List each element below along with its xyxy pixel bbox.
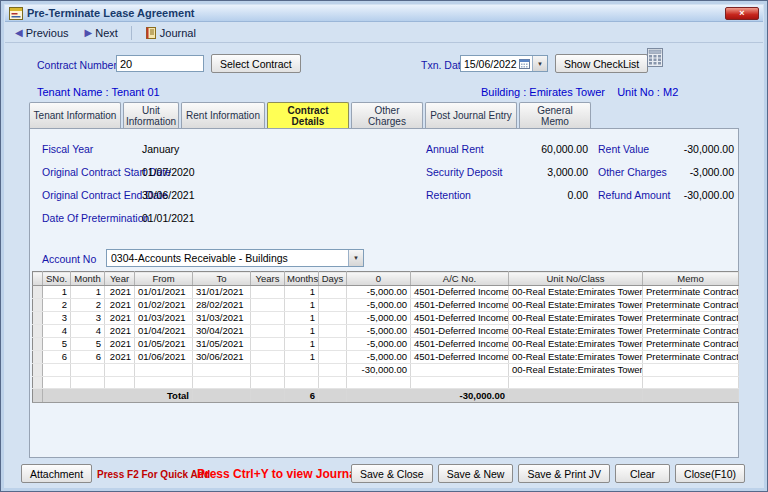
table-cell[interactable]	[319, 351, 347, 364]
table-row[interactable]	[33, 377, 739, 389]
table-cell[interactable]	[319, 312, 347, 325]
table-cell[interactable]	[251, 351, 285, 364]
table-cell[interactable]	[33, 351, 43, 364]
table-cell[interactable]	[251, 364, 285, 377]
next-button[interactable]: ▶ Next	[78, 25, 125, 41]
table-cell[interactable]: 1	[285, 286, 319, 299]
table-cell[interactable]: 01/06/2021	[135, 351, 193, 364]
table-row[interactable]: 22202101/02/202128/02/20211-5,000.004501…	[33, 299, 739, 312]
table-cell[interactable]: 4501-Deferred Income	[411, 286, 509, 299]
table-cell[interactable]: 1	[285, 325, 319, 338]
tab-general-memo[interactable]: General Memo	[519, 102, 591, 128]
table-cell[interactable]	[33, 364, 43, 377]
table-cell[interactable]	[285, 364, 319, 377]
table-cell[interactable]	[251, 312, 285, 325]
table-cell[interactable]: -5,000.00	[347, 299, 411, 312]
table-cell[interactable]: 01/05/2021	[135, 338, 193, 351]
table-cell[interactable]: Preterminate Contract	[643, 325, 739, 338]
table-cell[interactable]: 5	[71, 338, 105, 351]
txn-date-dropdown-arrow[interactable]: ▼	[532, 56, 547, 71]
table-cell[interactable]	[71, 377, 105, 389]
select-contract-button[interactable]: Select Contract	[211, 54, 301, 73]
table-cell[interactable]	[105, 364, 135, 377]
tab-rent-information[interactable]: Rent Information	[181, 102, 265, 128]
table-cell[interactable]: Preterminate Contract	[643, 338, 739, 351]
account-no-combo[interactable]: 0304-Accounts Receivable - Buildings ▼	[106, 249, 364, 267]
table-cell[interactable]: 31/01/2021	[193, 286, 251, 299]
table-cell[interactable]: -5,000.00	[347, 351, 411, 364]
table-cell[interactable]: 4501-Deferred Income	[411, 299, 509, 312]
previous-button[interactable]: ◀ Previous	[8, 25, 76, 41]
table-cell[interactable]: 1	[71, 286, 105, 299]
attachment-button[interactable]: Attachment	[21, 464, 92, 483]
table-cell[interactable]: 6	[43, 351, 71, 364]
table-cell[interactable]: 4501-Deferred Income	[411, 351, 509, 364]
table-cell[interactable]	[105, 377, 135, 389]
table-cell[interactable]: 01/01/2021	[135, 286, 193, 299]
clear-button[interactable]: Clear	[615, 464, 670, 483]
table-cell[interactable]: -5,000.00	[347, 312, 411, 325]
table-cell[interactable]	[193, 377, 251, 389]
table-cell[interactable]	[411, 377, 509, 389]
close-button[interactable]: ×	[725, 7, 759, 20]
table-cell[interactable]: 00-Real Estate:Emirates Tower:M2	[509, 312, 643, 325]
table-cell[interactable]: 1	[285, 351, 319, 364]
table-cell[interactable]	[251, 299, 285, 312]
table-cell[interactable]: -30,000.00	[347, 364, 411, 377]
table-cell[interactable]: 4	[43, 325, 71, 338]
table-cell[interactable]: -5,000.00	[347, 325, 411, 338]
table-cell[interactable]: 28/02/2021	[193, 299, 251, 312]
tab-post-journal-entry[interactable]: Post Journal Entry	[425, 102, 517, 128]
table-cell[interactable]	[33, 338, 43, 351]
table-cell[interactable]: 31/03/2021	[193, 312, 251, 325]
table-cell[interactable]	[43, 377, 71, 389]
table-cell[interactable]: 30/06/2021	[193, 351, 251, 364]
table-cell[interactable]	[319, 299, 347, 312]
table-cell[interactable]	[71, 364, 105, 377]
table-cell[interactable]	[43, 364, 71, 377]
table-cell[interactable]: 00-Real Estate:Emirates Tower:M2	[509, 325, 643, 338]
table-cell[interactable]: 01/02/2021	[135, 299, 193, 312]
table-row[interactable]: -30,000.0000-Real Estate:Emirates Tower:…	[33, 364, 739, 377]
table-cell[interactable]	[411, 364, 509, 377]
table-cell[interactable]	[33, 325, 43, 338]
table-row[interactable]: 33202101/03/202131/03/20211-5,000.004501…	[33, 312, 739, 325]
save-close-button[interactable]: Save & Close	[351, 464, 433, 483]
tab-contract-details[interactable]: Contract Details	[267, 102, 349, 128]
table-row[interactable]: 11202101/01/202131/01/20211-5,000.004501…	[33, 286, 739, 299]
table-cell[interactable]	[319, 325, 347, 338]
table-cell[interactable]: 00-Real Estate:Emirates Tower:M2	[509, 286, 643, 299]
table-cell[interactable]: 2021	[105, 325, 135, 338]
table-cell[interactable]: 2	[43, 299, 71, 312]
tab-other-charges[interactable]: Other Charges	[351, 102, 423, 128]
table-cell[interactable]: 2021	[105, 351, 135, 364]
table-cell[interactable]	[251, 338, 285, 351]
calculator-icon[interactable]	[647, 48, 663, 67]
journal-button[interactable]: Journal	[138, 25, 203, 41]
table-cell[interactable]	[251, 377, 285, 389]
table-cell[interactable]: 4501-Deferred Income	[411, 312, 509, 325]
table-cell[interactable]	[135, 364, 193, 377]
table-row[interactable]: 44202101/04/202130/04/20211-5,000.004501…	[33, 325, 739, 338]
table-cell[interactable]	[33, 286, 43, 299]
table-cell[interactable]: 1	[43, 286, 71, 299]
table-cell[interactable]: 5	[43, 338, 71, 351]
table-cell[interactable]: 3	[43, 312, 71, 325]
table-cell[interactable]	[135, 377, 193, 389]
table-cell[interactable]: Preterminate Contract	[643, 312, 739, 325]
table-row[interactable]: 55202101/05/202131/05/20211-5,000.004501…	[33, 338, 739, 351]
table-cell[interactable]	[33, 299, 43, 312]
table-cell[interactable]	[251, 286, 285, 299]
table-cell[interactable]: 4501-Deferred Income	[411, 338, 509, 351]
table-cell[interactable]	[33, 312, 43, 325]
table-cell[interactable]: 6	[71, 351, 105, 364]
table-cell[interactable]: 30/04/2021	[193, 325, 251, 338]
table-cell[interactable]: 00-Real Estate:Emirates Tower:M2	[509, 338, 643, 351]
table-cell[interactable]: 3	[71, 312, 105, 325]
table-cell[interactable]: -5,000.00	[347, 338, 411, 351]
save-new-button[interactable]: Save & New	[438, 464, 514, 483]
table-cell[interactable]: 00-Real Estate:Emirates Tower:M2	[509, 299, 643, 312]
table-cell[interactable]: 00-Real Estate:Emirates Tower:M2	[509, 364, 643, 377]
table-cell[interactable]: Preterminate Contract	[643, 286, 739, 299]
tab-tenant-information[interactable]: Tenant Information	[29, 102, 121, 128]
